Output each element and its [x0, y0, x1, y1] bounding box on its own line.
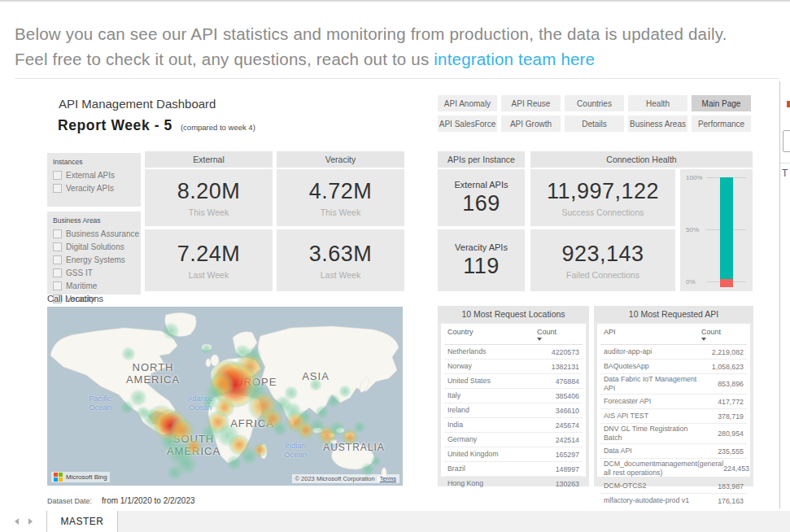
- column-header-api[interactable]: API: [600, 328, 701, 336]
- veracity-apis-count-card: Veracity APIs 119: [438, 229, 525, 291]
- table-row[interactable]: Norway1382131: [444, 359, 583, 373]
- country-cell: India: [444, 421, 534, 430]
- top-apis-table[interactable]: API Count auditor-app-api2,219,082BAQuot…: [597, 324, 750, 477]
- slicer-item-label: Maritime: [66, 281, 97, 290]
- integration-team-link[interactable]: integration team here: [434, 50, 595, 68]
- tab-api-growth[interactable]: API Growth: [501, 116, 561, 132]
- table-row[interactable]: DCM-OTCS2183,987: [600, 478, 747, 493]
- kpi-value: 7.24M: [177, 242, 241, 267]
- column-header-country[interactable]: Country: [444, 328, 537, 336]
- next-page-icon[interactable]: [28, 518, 33, 525]
- page-tab-master[interactable]: MASTER: [47, 511, 118, 532]
- table-row[interactable]: Hong Kong130263: [444, 476, 583, 491]
- table-row[interactable]: Germany242514: [444, 432, 583, 447]
- checkbox-icon[interactable]: [53, 255, 62, 264]
- tab-countries[interactable]: Countries: [565, 95, 624, 111]
- slicer-item-label: Energy Systems: [66, 255, 125, 264]
- checkbox-icon[interactable]: [53, 242, 62, 251]
- slicer-title: Business Areas: [53, 216, 135, 225]
- table-row[interactable]: Netherlands4220573: [444, 345, 583, 359]
- card-value: 119: [463, 254, 500, 279]
- map-label-asia: ASIA: [302, 370, 330, 382]
- map-label-australia: AUSTRALIA: [323, 442, 385, 454]
- count-cell: 2,219,082: [698, 348, 747, 356]
- table-row[interactable]: Brazil148997: [444, 461, 583, 476]
- count-cell: 385406: [534, 392, 583, 400]
- table-row[interactable]: Italy385406: [444, 388, 583, 403]
- sort-descending-icon: [701, 338, 706, 341]
- terms-link[interactable]: Terms: [380, 475, 396, 482]
- table-row[interactable]: BAQuotesApp1,058,623: [600, 359, 747, 373]
- checkbox-icon[interactable]: [53, 229, 62, 238]
- connection-health-gauge[interactable]: 100% 50% 0%: [680, 169, 753, 291]
- tab-api-reuse[interactable]: API Reuse: [501, 95, 561, 111]
- kpi-card-external-last-week: 7.24M Last Week: [145, 229, 273, 291]
- count-cell: 130263: [534, 480, 583, 488]
- count-cell: 1,058,623: [698, 363, 747, 371]
- gauge-tick-0: 0%: [686, 278, 746, 286]
- card-caption: Veracity APIs: [455, 242, 508, 252]
- slicer-item-business-assurance[interactable]: Business Assurance: [53, 227, 135, 240]
- kpi-card-external-this-week: 8.20M This Week: [145, 169, 273, 226]
- intro-line1: Below you can see our API statistics and…: [15, 24, 727, 43]
- previous-page-icon[interactable]: [15, 518, 19, 525]
- tab-business-areas[interactable]: Business Areas: [628, 116, 687, 132]
- table-row[interactable]: India245674: [444, 417, 583, 432]
- checkbox-icon[interactable]: [53, 171, 62, 180]
- column-header-count[interactable]: Count: [701, 328, 747, 341]
- country-cell: Netherlands: [444, 347, 534, 356]
- country-cell: Norway: [444, 362, 534, 371]
- slicer-item-energy-systems[interactable]: Energy Systems: [53, 253, 135, 266]
- country-cell: Brazil: [444, 464, 534, 473]
- kpi-value: 3.63M: [309, 242, 373, 267]
- count-cell: 417,772: [698, 398, 747, 406]
- call-locations-map[interactable]: Microsoft Bing © 2023 Microsoft Corporat…: [47, 307, 403, 486]
- slicer-item-label: GSS IT: [66, 268, 93, 277]
- tab-main-page[interactable]: Main Page: [692, 95, 751, 111]
- card-value: 923,143: [561, 242, 644, 267]
- tab-performance[interactable]: Performance: [692, 116, 751, 132]
- slicer-item-maritime[interactable]: Maritime: [53, 279, 135, 292]
- card-label: Success Connections: [562, 207, 644, 217]
- slicer-item-digital-solutions[interactable]: Digital Solutions: [53, 240, 135, 253]
- tab-row: API AnomalyAPI ReuseCountriesHealthMain …: [438, 95, 751, 111]
- table-row[interactable]: DNV GL Time Registration Batch280,954: [600, 423, 747, 443]
- table-row[interactable]: Ireland346610: [444, 403, 583, 417]
- tab-health[interactable]: Health: [628, 95, 687, 111]
- checkbox-icon[interactable]: [53, 268, 62, 277]
- table-row[interactable]: auditor-app-api2,219,082: [600, 345, 747, 359]
- filter-pane-collapsed: T: [780, 81, 790, 508]
- table-row[interactable]: United Kingdom165297: [444, 447, 583, 461]
- failed-connections-card: 923,143 Failed Connections: [530, 229, 675, 291]
- tab-details[interactable]: Details: [565, 116, 624, 132]
- table-row[interactable]: Data API235,555: [600, 443, 747, 458]
- slicer-item-external-apis[interactable]: External APIs: [53, 168, 135, 181]
- intro-divider: [15, 78, 779, 79]
- column-header-count[interactable]: Count: [537, 328, 583, 341]
- kpi-header-veracity: Veracity: [277, 151, 404, 168]
- top-locations-table[interactable]: Country Count Netherlands4220573Norway13…: [441, 324, 586, 477]
- checkbox-icon[interactable]: [53, 184, 62, 193]
- tab-api-anomaly[interactable]: API Anomaly: [438, 95, 497, 111]
- api-cell: Data API: [600, 447, 698, 456]
- bing-logo[interactable]: Microsoft Bing: [51, 472, 110, 482]
- filter-search-box[interactable]: [783, 130, 790, 152]
- kpi-label: This Week: [321, 207, 360, 217]
- tab-api-salesforce[interactable]: API SalesForce: [438, 116, 497, 132]
- slicer-item-veracity-apis[interactable]: Veracity APIs: [53, 181, 135, 194]
- call-locations-title: Call Locations: [47, 294, 103, 303]
- slicer-item-gss-it[interactable]: GSS IT: [53, 266, 135, 279]
- table-row[interactable]: Data Fabric IoT Management API853,896: [600, 373, 747, 394]
- top-apis-title: 10 Most Requested API: [594, 306, 753, 322]
- slicer-item-label: Digital Solutions: [66, 242, 124, 251]
- table-row[interactable]: AIS API TEST378,719: [600, 408, 747, 423]
- card-value: 169: [462, 191, 500, 216]
- tick-label: 100%: [686, 174, 704, 181]
- table-row[interactable]: mlfactory-autodate-prod v1176,163: [600, 493, 747, 508]
- table-row[interactable]: DCM_documentmanagement(general all rest …: [600, 458, 747, 478]
- table-row[interactable]: Forecaster API417,772: [600, 394, 747, 408]
- slicer-item-label: Veracity APIs: [66, 184, 114, 193]
- map-attribution: © 2023 Microsoft Corporation Terms: [292, 474, 400, 483]
- table-row[interactable]: United States476884: [444, 373, 583, 388]
- checkbox-icon[interactable]: [53, 281, 62, 290]
